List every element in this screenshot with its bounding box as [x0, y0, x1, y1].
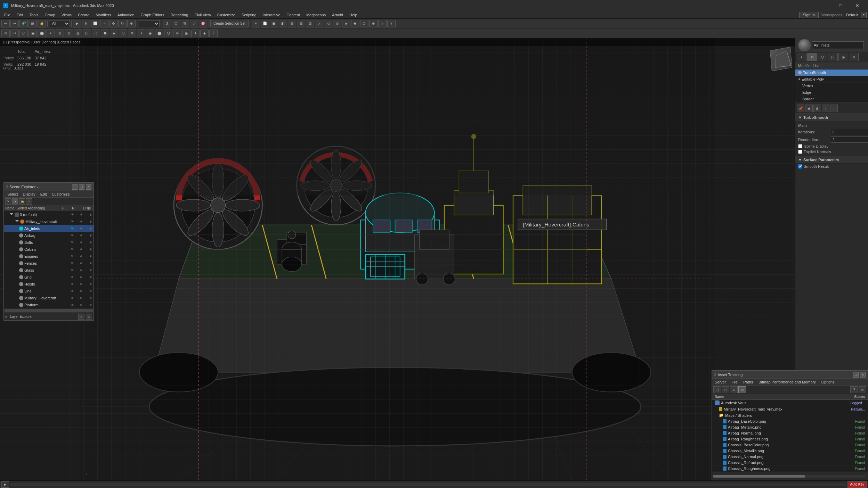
at-close-btn[interactable]: ✕: [860, 372, 866, 378]
help-btn[interactable]: ?: [387, 20, 396, 27]
btn-icon1[interactable]: ⬡: [172, 20, 180, 27]
at-item-chassis-metallic[interactable]: Chassis_Metallic.png Found: [712, 448, 868, 454]
undo-button[interactable]: ↩: [1, 20, 10, 27]
modifier-editable-poly[interactable]: Editable Poly: [795, 76, 868, 83]
mod-down-btn[interactable]: ↓: [830, 105, 838, 112]
redo-button[interactable]: ↪: [10, 20, 19, 27]
minimize-button[interactable]: –: [816, 0, 832, 11]
close-button[interactable]: ✕: [849, 0, 865, 11]
mod-tab-modify[interactable]: ⚙: [807, 53, 817, 61]
filter-dropdown[interactable]: All: [49, 20, 70, 27]
btn-percent[interactable]: %: [181, 20, 189, 27]
tb2-btn3[interactable]: ⬡: [19, 30, 28, 37]
menu-civil-view[interactable]: Civil View: [192, 12, 213, 18]
at-list[interactable]: Autodesk Vault Logged... Military_Hoverc…: [712, 400, 868, 472]
at-item-airbag-roughness[interactable]: Airbag_Roughness.png Found: [712, 436, 868, 442]
material-btn4[interactable]: ⊕: [369, 20, 378, 27]
layers-btn6[interactable]: ⊟: [297, 20, 305, 27]
menu-help[interactable]: Help: [347, 12, 360, 18]
se-item-military-hovercraft2[interactable]: Military_Hovercraft 👁 ❄ 🖥: [4, 295, 94, 301]
se-bottom-btn1[interactable]: ≡: [78, 314, 84, 320]
at-restore-btn[interactable]: □: [853, 372, 859, 378]
layers-btn5[interactable]: ⊞: [288, 20, 296, 27]
menu-megascans[interactable]: Megascans: [303, 12, 328, 18]
se-item-grid[interactable]: Grid 👁 ❄ 🖥: [4, 274, 94, 281]
at-item-maxfile[interactable]: Military_Hovercraft_max_vray.max Networ.…: [712, 406, 868, 412]
at-menu-bitmap[interactable]: Bitmap Performance and Memory: [757, 380, 817, 384]
at-item-airbag-metallic[interactable]: Airbag_Metallic.png Found: [712, 424, 868, 430]
bind-button[interactable]: 🔒: [38, 20, 46, 27]
render-iters-input[interactable]: [831, 137, 868, 143]
se-menu-select[interactable]: Select: [5, 192, 20, 197]
at-item-chassis-refract[interactable]: Chassis_Refract.png Found: [712, 460, 868, 466]
mod-tab-hierarchy[interactable]: ⬡: [818, 53, 827, 61]
menu-content[interactable]: Content: [284, 12, 303, 18]
at-item-chassis-basecolor[interactable]: Chassis_BaseColor.png Found: [712, 442, 868, 448]
mod-show-btn[interactable]: ◉: [805, 105, 813, 112]
at-item-chassis-normal[interactable]: Chassis_Normal.png Found: [712, 454, 868, 460]
se-item-cabins[interactable]: Cabins 👁 ❄ 🖥: [4, 246, 94, 253]
scale-btn[interactable]: ⊕: [127, 20, 136, 27]
se-item-hoists[interactable]: Hoists 👁 ❄ 🖥: [4, 281, 94, 288]
se-restore-btn[interactable]: □: [79, 184, 84, 190]
menu-file[interactable]: File: [1, 12, 13, 18]
menu-scripting[interactable]: Scripting: [239, 12, 259, 18]
mod-tab-display[interactable]: ◉: [838, 53, 848, 61]
tb2-btn1[interactable]: ⊙: [1, 30, 10, 37]
tb2-btn17[interactable]: ◉: [146, 30, 154, 37]
move-btn[interactable]: ✛: [109, 20, 117, 27]
at-tb-btn2[interactable]: □: [722, 386, 729, 393]
tb2-btn23[interactable]: ◈: [200, 30, 209, 37]
se-tb-add[interactable]: +: [26, 198, 32, 205]
layers-btn3[interactable]: ▣: [270, 20, 278, 27]
play-btn[interactable]: ▶: [1, 481, 9, 488]
se-item-military-hovercraft-group[interactable]: Military_Hovercraft 👁 ❄ 🖥: [4, 218, 94, 225]
iterations-input[interactable]: [831, 129, 868, 135]
mod-tab-motion[interactable]: ▷: [828, 53, 838, 61]
tb2-btn15[interactable]: ⊕: [128, 30, 136, 37]
se-tb-lock[interactable]: 🔒: [19, 198, 25, 205]
menu-interactive[interactable]: Interactive: [260, 12, 283, 18]
isoline-checkbox[interactable]: [798, 144, 802, 148]
at-tb-btn4[interactable]: ⊞: [738, 386, 746, 393]
layer-explorer-label[interactable]: Layer Explorer: [9, 314, 34, 319]
material-btn3[interactable]: ⬡: [360, 20, 368, 27]
object-name-field[interactable]: [812, 41, 864, 49]
tb2-btn6[interactable]: ✦: [47, 30, 55, 37]
se-item-engines[interactable]: Engines 👁 ❄ 🖥: [4, 253, 94, 260]
explicit-normals-checkbox[interactable]: [798, 150, 802, 154]
tb2-btn5[interactable]: ⬤: [38, 30, 46, 37]
at-item-maps-folder[interactable]: 📁 Maps / Shaders: [712, 412, 868, 419]
render-btn3[interactable]: ⊙: [333, 20, 341, 27]
se-menu-edit[interactable]: Edit: [38, 192, 49, 197]
se-item-line[interactable]: Line 👁 ❄ 🖥: [4, 288, 94, 295]
at-menu-paths[interactable]: Paths: [742, 380, 754, 384]
view-dropdown[interactable]: View: [139, 20, 160, 27]
tb2-btn9[interactable]: ◎: [74, 30, 82, 37]
rotate-btn[interactable]: ↻: [118, 20, 127, 27]
select-region-btn[interactable]: ⚬: [100, 20, 108, 27]
select-name-btn[interactable]: N: [82, 20, 90, 27]
se-item-airbag[interactable]: Airbag 👁 ❄ 🖥: [4, 232, 94, 239]
menu-animation[interactable]: Animation: [115, 12, 137, 18]
tb2-btn2[interactable]: ↺: [10, 30, 19, 37]
render-btn2[interactable]: ◁: [324, 20, 332, 27]
se-menu-customize[interactable]: Customize: [50, 192, 72, 197]
se-list[interactable]: 0 (default) 👁 ❄ 🖥 Military_Hovercraft 👁 …: [4, 211, 94, 308]
menu-create[interactable]: Create: [75, 12, 92, 18]
turbosmooth-section-header[interactable]: ▼ TurboSmooth: [795, 114, 868, 121]
se-close-btn[interactable]: ✕: [86, 184, 91, 190]
mod-up-btn[interactable]: ↑: [822, 105, 829, 112]
tb2-btn4[interactable]: ▣: [29, 30, 37, 37]
at-tb-btn1[interactable]: ⬡: [713, 386, 721, 393]
tb2-btn16[interactable]: ✦: [137, 30, 145, 37]
layers-btn[interactable]: ≡: [252, 20, 260, 27]
at-scrollbar[interactable]: [713, 475, 866, 478]
anim-btn[interactable]: ▷: [378, 20, 387, 27]
smooth-result-checkbox[interactable]: [798, 164, 802, 168]
se-tb-filter[interactable]: ▾: [12, 198, 18, 205]
mod-tab-create[interactable]: ✦: [797, 53, 806, 61]
tb2-btn7[interactable]: ⊞: [56, 30, 64, 37]
se-scrollbar[interactable]: [4, 308, 94, 313]
layers-btn7[interactable]: ⊠: [306, 20, 314, 27]
